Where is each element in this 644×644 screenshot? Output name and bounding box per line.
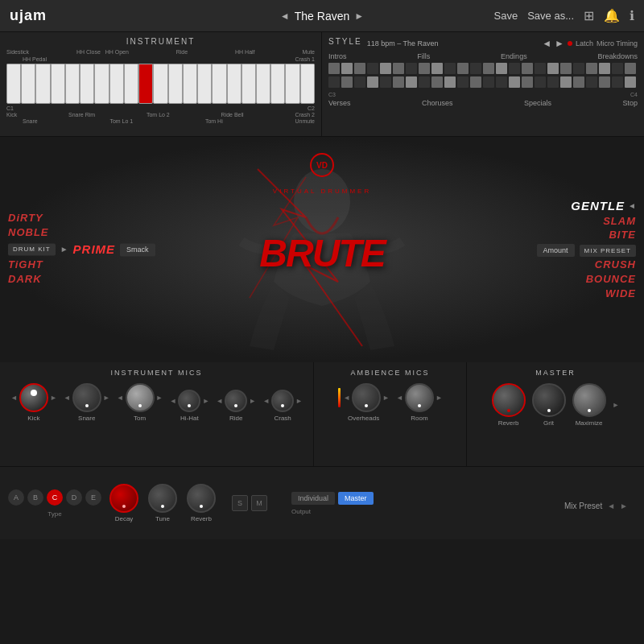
pad[interactable] — [586, 63, 597, 74]
save-as-button[interactable]: Save as... — [527, 10, 574, 22]
pad[interactable] — [367, 63, 378, 74]
mute-button[interactable]: M — [251, 495, 267, 511]
room-arrow-right[interactable]: ► — [436, 394, 443, 402]
pad[interactable] — [367, 76, 378, 88]
snare-knob[interactable] — [72, 383, 101, 412]
kit-prime[interactable]: PRIME — [73, 242, 116, 258]
preset-slam[interactable]: SLAM — [603, 215, 636, 229]
white-key-15[interactable] — [212, 64, 226, 104]
pad[interactable] — [341, 63, 353, 74]
pad[interactable] — [341, 76, 353, 88]
kick-arrow-left[interactable]: ◄ — [10, 394, 18, 402]
pad[interactable] — [419, 63, 430, 74]
type-b-button[interactable]: B — [27, 489, 43, 506]
pad[interactable] — [470, 63, 481, 74]
latch-label[interactable]: Latch — [576, 39, 593, 47]
pad[interactable] — [406, 63, 417, 74]
white-key-14[interactable] — [197, 64, 212, 104]
nav-next[interactable]: ► — [354, 10, 364, 22]
pad[interactable] — [612, 76, 623, 88]
grit-knob[interactable] — [532, 383, 566, 417]
white-key-5[interactable] — [65, 64, 80, 104]
white-key-11[interactable] — [153, 64, 167, 104]
pad[interactable] — [457, 63, 469, 74]
tune-knob[interactable] — [148, 484, 177, 513]
pad[interactable] — [380, 63, 391, 74]
amount-button[interactable]: Amount — [537, 244, 575, 257]
tom-knob[interactable] — [126, 383, 155, 412]
pad[interactable] — [496, 63, 507, 74]
type-d-button[interactable]: D — [66, 489, 82, 506]
pad[interactable] — [573, 63, 584, 74]
cat-verses[interactable]: Verses — [328, 99, 351, 107]
preset-bounce[interactable]: BOUNCE — [586, 273, 636, 287]
info-icon[interactable]: ℹ — [630, 8, 634, 23]
mix-preset-next[interactable]: ► — [620, 502, 628, 510]
white-key-16[interactable] — [227, 64, 242, 104]
tom-arrow-left[interactable]: ◄ — [117, 394, 124, 402]
pad[interactable] — [509, 76, 520, 88]
ride-arrow-left[interactable]: ◄ — [216, 397, 223, 405]
white-key-17[interactable] — [242, 64, 256, 104]
hihat-arrow-right[interactable]: ► — [202, 397, 209, 405]
style-nav-prev[interactable]: ◄ — [542, 38, 551, 49]
hihat-arrow-left[interactable]: ◄ — [170, 397, 177, 405]
master-button[interactable]: Master — [338, 492, 374, 505]
kit-tight[interactable]: TiGHT — [8, 259, 155, 273]
cat-intros[interactable]: Intros — [328, 52, 347, 60]
solo-button[interactable]: S — [232, 495, 248, 511]
white-key-13[interactable] — [183, 64, 197, 104]
kit-dark[interactable]: DARK — [8, 274, 155, 287]
white-key-9[interactable] — [124, 64, 138, 104]
ride-knob[interactable] — [225, 390, 247, 412]
tom-arrow-right[interactable]: ► — [156, 394, 163, 402]
white-key-7[interactable] — [94, 64, 109, 104]
pad[interactable] — [457, 76, 469, 88]
pad[interactable] — [547, 76, 559, 88]
cat-endings[interactable]: Endings — [501, 52, 527, 60]
pad[interactable] — [599, 63, 610, 74]
white-key-19[interactable] — [270, 64, 285, 104]
kick-arrow-right[interactable]: ► — [50, 394, 57, 402]
kit-arrow-right[interactable]: ► — [60, 246, 68, 254]
type-c-button[interactable]: C — [47, 489, 63, 506]
snare-arrow-left[interactable]: ◄ — [64, 394, 71, 402]
pad[interactable] — [535, 76, 546, 88]
pad[interactable] — [328, 76, 340, 88]
mix-preset-prev[interactable]: ◄ — [607, 502, 615, 510]
pad[interactable] — [522, 63, 533, 74]
nav-prev[interactable]: ◄ — [280, 10, 290, 22]
cat-specials[interactable]: Specials — [524, 99, 551, 107]
pad[interactable] — [444, 76, 456, 88]
preset-arrow[interactable]: ◄ — [628, 201, 636, 210]
individual-button[interactable]: Individual — [291, 492, 335, 505]
reverb-knob[interactable] — [492, 383, 526, 417]
white-key-20[interactable] — [285, 64, 299, 104]
overheads-arrow-left[interactable]: ◄ — [343, 394, 350, 402]
white-key-1[interactable] — [6, 64, 21, 104]
room-knob[interactable] — [405, 383, 434, 412]
type-e-button[interactable]: E — [85, 489, 101, 506]
white-key-12[interactable] — [168, 64, 183, 104]
white-key-3[interactable] — [35, 64, 50, 104]
smack-button[interactable]: Smack — [120, 243, 155, 256]
pad[interactable] — [419, 76, 430, 88]
pad[interactable] — [431, 63, 443, 74]
crash-knob[interactable] — [271, 390, 294, 412]
keyboard-wrap[interactable] — [6, 64, 315, 104]
snare-arrow-right[interactable]: ► — [103, 394, 110, 402]
pad[interactable] — [483, 63, 494, 74]
maximize-knob[interactable] — [572, 383, 606, 417]
cat-stop[interactable]: Stop — [622, 99, 638, 107]
pad[interactable] — [354, 76, 365, 88]
pad[interactable] — [470, 76, 481, 88]
overheads-knob[interactable] — [352, 383, 381, 412]
crash-arrow-left[interactable]: ◄ — [262, 397, 270, 405]
cat-choruses[interactable]: Choruses — [422, 99, 453, 107]
preset-bite[interactable]: BITE — [609, 229, 636, 242]
pad[interactable] — [625, 63, 636, 74]
white-key-2[interactable] — [21, 64, 35, 104]
pad[interactable] — [328, 63, 340, 74]
pad[interactable] — [406, 76, 417, 88]
micro-timing-label[interactable]: Micro Timing — [597, 39, 638, 47]
